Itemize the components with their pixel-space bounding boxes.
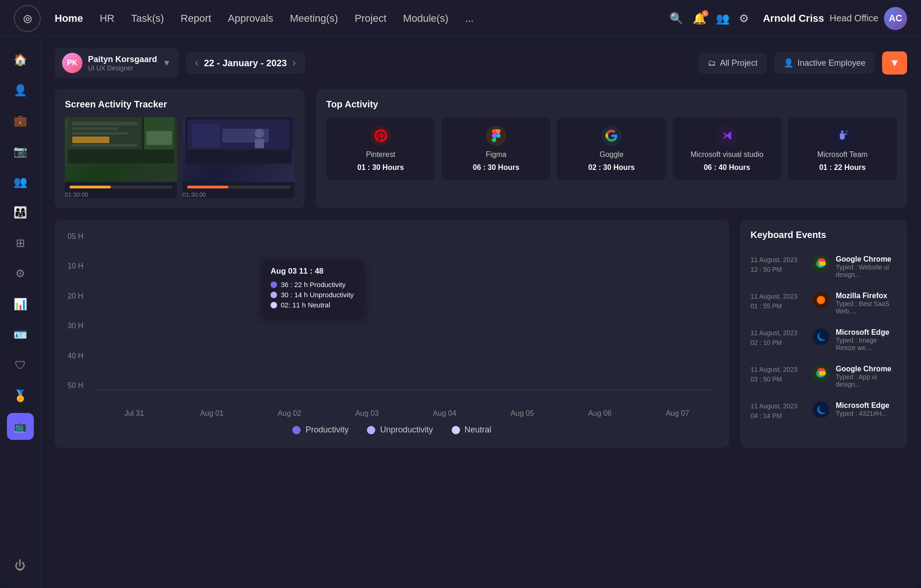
thumb-time-1: 01:30:00 [65,191,177,198]
team-icon[interactable]: 👥 [716,12,730,25]
keyboard-event-2: 11 August, 2023 02 : 10 PM Microsoft Edg… [751,322,897,358]
event-clock-0: 12 : 50 PM [751,265,806,275]
svg-rect-8 [146,131,172,145]
chart-y-labels: 50 H 40 H 30 H 20 H 10 H 05 H [68,232,91,390]
chart-tooltip: Aug 03 11 : 48 36 : 22 h Productivity 30… [262,260,364,318]
date-prev-button[interactable]: ‹ [195,57,198,69]
sidebar-item-grid[interactable]: ⊞ [7,230,34,256]
event-details-1: Mozilla Firefox Typed : Best SaaS Web...… [836,292,897,315]
nav-meetings[interactable]: Meeting(s) [290,13,338,25]
progress-bar-1 [69,186,172,188]
event-clock-4: 04 : 14 PM [751,411,806,421]
sidebar-item-screen[interactable]: 📺 [7,413,34,440]
app-figma: Figma 06 : 30 Hours [442,117,550,180]
y-label-0: 50 H [68,382,91,390]
event-typed-3: Typed : App ui design... [836,373,897,388]
screen-thumb-2[interactable]: 01:30:00 [183,117,295,198]
nav-module[interactable]: Module(s) [403,13,448,25]
app-hours-google: 02 : 30 Hours [588,163,635,172]
x-label-aug06: Aug 06 [561,406,639,418]
chevron-down-icon: ▼ [163,58,171,68]
user-name: Arnold Criss [763,13,824,25]
tooltip-unproductivity: 30 : 14 h Unproductivity [271,291,356,299]
sidebar-item-briefcase[interactable]: 💼 [7,107,34,134]
date-nav: ‹ 22 - January - 2023 › [186,52,305,74]
sidebar-item-person[interactable]: 👤 [7,77,34,104]
app-hours-pinterest: 01 : 30 Hours [357,163,404,172]
svg-rect-2 [72,122,137,125]
chart-x-labels: Jul 31 Aug 01 Aug 02 Aug 03 Aug 04 Aug 0… [95,406,716,418]
sidebar-item-logout[interactable]: ⏻ [7,552,34,579]
event-app-name-2: Microsoft Edge [836,328,897,337]
svg-rect-5 [72,137,109,143]
content-area: PK Paityn Korsgaard UI UX Designer ▼ ‹ 2… [41,37,921,588]
notification-bell[interactable]: 🔔 1 [693,12,707,25]
logo[interactable]: ◎ [14,5,41,32]
chrome-icon-3 [813,365,829,382]
user-info: Arnold Criss Head Office AC [763,7,907,30]
app-name-figma: Figma [486,150,506,159]
progress-fill-2 [187,186,228,188]
figma-icon [486,125,506,146]
event-date-3: 11 August, 2023 [751,365,806,375]
svg-rect-6 [72,144,137,147]
nav-hr[interactable]: HR [100,13,114,25]
thumb-placeholder-1 [65,117,177,182]
event-typed-2: Typed : Image Resize we.... [836,337,897,351]
employee-selector[interactable]: PK Paityn Korsgaard UI UX Designer ▼ [55,48,178,78]
search-icon[interactable]: 🔍 [669,12,683,25]
bottom-row: 50 H 40 H 30 H 20 H 10 H 05 H [55,219,907,448]
nav-home[interactable]: Home [55,13,83,25]
app-name-vscode: Microsoft visual studio [691,150,763,159]
progress-fill-1 [69,186,111,188]
x-label-aug05: Aug 05 [484,406,561,418]
date-label: 22 - January - 2023 [204,58,287,69]
sidebar-item-chart[interactable]: 📊 [7,291,34,318]
event-date-1: 11 August, 2023 [751,292,806,301]
event-clock-2: 02 : 10 PM [751,338,806,348]
progress-bar-2 [187,186,290,188]
app-name-teams: Microsoft Team [817,150,867,159]
sidebar-item-shield[interactable]: 🛡 [7,352,34,379]
employee-info: Paityn Korsgaard UI UX Designer [88,55,157,72]
sidebar-item-settings[interactable]: ⚙ [7,260,34,287]
nav-report[interactable]: Report [181,13,211,25]
event-details-0: Google Chrome Typed : Website ui design.… [836,255,897,278]
keyboard-events-card: Keyboard Events 11 August, 2023 12 : 50 … [740,219,907,448]
svg-point-13 [255,129,264,138]
x-label-aug04: Aug 04 [406,406,484,418]
event-time-3: 11 August, 2023 03 : 50 PM [751,365,806,384]
sidebar: 🏠 👤 💼 📷 👥 👨‍👩‍👧 ⊞ ⚙ 📊 🪪 🛡 🏅 📺 ⏻ [0,37,41,588]
app-vscode: Microsoft visual studio 06 : 40 Hours [673,117,782,180]
event-date-4: 11 August, 2023 [751,401,806,411]
y-label-4: 10 H [68,262,91,270]
y-label-5: 05 H [68,232,91,241]
top-activity-card: Top Activity Pinterest 01 : 30 Hours [316,89,907,208]
all-project-button[interactable]: 🗂 All Project [699,53,767,74]
inactive-employee-button[interactable]: 👤 Inactive Employee [774,52,875,74]
date-next-button[interactable]: › [292,57,296,69]
user-avatar[interactable]: AC [884,7,907,30]
sidebar-item-idcard[interactable]: 🪪 [7,321,34,348]
sidebar-item-home[interactable]: 🏠 [7,46,34,73]
sidebar-item-group[interactable]: 👨‍👩‍👧 [7,199,34,226]
nav-project[interactable]: Project [355,13,386,25]
keyboard-event-1: 11 August, 2023 01 : 55 PM Mozilla Firef… [751,285,897,322]
app-name-google: Goggle [599,150,624,159]
keyboard-events-title: Keyboard Events [751,230,897,240]
keyboard-event-4: 11 August, 2023 04 : 14 PM Microsoft Edg… [751,395,897,427]
chart-bars-container [95,232,716,390]
top-activity-title: Top Activity [326,99,897,110]
all-project-label: All Project [720,58,757,68]
sidebar-item-award[interactable]: 🏅 [7,382,34,409]
nav-more[interactable]: ... [465,13,473,25]
nav-approvals[interactable]: Approvals [228,13,273,25]
sidebar-item-camera[interactable]: 📷 [7,138,34,165]
screen-thumb-1[interactable]: 01:30:00 [65,117,177,198]
filter-button[interactable]: ▼ [882,51,907,75]
nav-tasks[interactable]: Task(s) [131,13,164,25]
edge-icon-2 [813,328,829,345]
sidebar-item-person-add[interactable]: 👥 [7,169,34,195]
settings-icon[interactable]: ⚙ [739,12,749,25]
event-time-2: 11 August, 2023 02 : 10 PM [751,328,806,348]
